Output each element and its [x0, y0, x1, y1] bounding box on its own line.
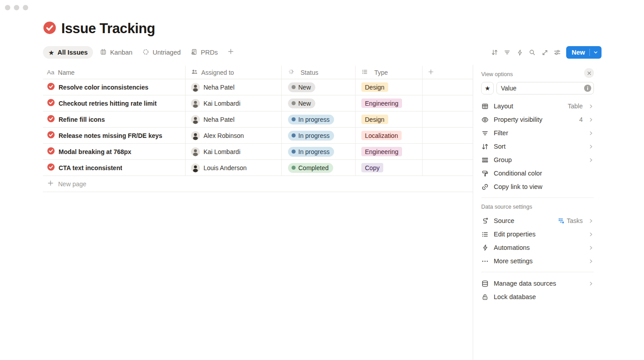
menu-item-sort[interactable]: Sort	[481, 140, 594, 153]
name-cell[interactable]: Resolve color inconsistencies	[43, 79, 186, 95]
status-cell[interactable]: In progress	[282, 144, 356, 159]
lock-icon	[481, 293, 489, 301]
column-header-name[interactable]: Aa Name	[43, 66, 186, 79]
status-cell[interactable]: New	[282, 95, 356, 111]
status-dot	[292, 166, 296, 170]
status-cell[interactable]: Completed	[282, 160, 356, 176]
empty-cell[interactable]	[423, 144, 473, 159]
assignee-cell[interactable]: Kai Lombardi	[186, 95, 282, 111]
automations-button[interactable]	[513, 46, 526, 59]
new-button-label[interactable]: New	[566, 46, 589, 59]
list-icon	[361, 69, 368, 77]
view-name-input[interactable]	[496, 82, 594, 94]
status-cell[interactable]: In progress	[282, 128, 356, 143]
column-header-type[interactable]: Type	[356, 66, 423, 79]
type-cell[interactable]: Engineering	[356, 144, 423, 159]
empty-cell[interactable]	[423, 95, 473, 111]
empty-cell[interactable]	[423, 128, 473, 143]
info-icon[interactable]	[584, 85, 591, 94]
column-header-assigned-to[interactable]: Assigned to	[186, 66, 282, 79]
sort-button[interactable]	[488, 46, 501, 59]
tab-untriaged[interactable]: Untriaged	[139, 46, 184, 59]
add-column-button[interactable]	[423, 66, 473, 79]
plus-icon	[47, 180, 54, 188]
red-check-circle-icon	[47, 147, 55, 157]
view-name-input-wrap	[496, 82, 594, 94]
menu-item-source[interactable]: Source Tasks	[481, 214, 594, 227]
assignee-cell[interactable]: Neha Patel	[186, 79, 282, 95]
plus-icon	[428, 69, 434, 77]
assignee-cell[interactable]: Louis Anderson	[186, 160, 282, 176]
menu-item-property-visibility[interactable]: Property visibility 4	[481, 113, 594, 126]
add-view-button[interactable]	[227, 48, 234, 57]
menu-item-more-settings[interactable]: More settings	[481, 254, 594, 268]
search-button[interactable]	[526, 46, 538, 59]
text-icon: Aa	[47, 69, 55, 76]
column-header-status[interactable]: Status	[282, 66, 356, 79]
source-icon	[481, 217, 489, 225]
status-badge: Completed	[288, 163, 333, 173]
type-cell[interactable]: Copy	[356, 160, 423, 176]
favorite-view-button[interactable]: ★	[481, 82, 494, 94]
tab-all-issues[interactable]: ★ All Issues	[43, 46, 93, 59]
new-dropdown-button[interactable]	[590, 46, 602, 59]
expand-icon	[542, 49, 548, 56]
menu-item-group[interactable]: Group	[481, 153, 594, 167]
assignee-cell[interactable]: Neha Patel	[186, 111, 282, 127]
status-cell[interactable]: In progress	[282, 111, 356, 127]
eye-icon	[481, 116, 489, 124]
type-cell[interactable]: Design	[356, 111, 423, 127]
empty-cell[interactable]	[423, 79, 473, 95]
assignee-name: Louis Anderson	[203, 164, 247, 171]
new-button[interactable]: New	[566, 46, 602, 59]
type-cell[interactable]: Localization	[356, 128, 423, 143]
menu-item-conditional-color[interactable]: Conditional color	[481, 167, 594, 180]
menu-item-manage-data-sources[interactable]: Manage data sources	[481, 277, 594, 290]
chevron-right-icon	[588, 117, 594, 123]
avatar	[191, 99, 200, 108]
database-toolbar: New	[488, 46, 602, 59]
chevron-right-icon	[588, 245, 594, 251]
name-cell[interactable]: Release notes missing FR/DE keys	[43, 128, 186, 143]
empty-cell[interactable]	[423, 160, 473, 176]
empty-cell[interactable]	[423, 111, 473, 127]
tab-kanban[interactable]: Kanban	[97, 46, 136, 59]
assignee-name: Kai Lombardi	[203, 100, 241, 107]
people-icon	[191, 69, 198, 77]
new-page-row[interactable]: New page	[43, 176, 473, 192]
status-cell[interactable]: New	[282, 79, 356, 95]
red-check-circle-icon	[47, 99, 55, 108]
name-cell[interactable]: Checkout retries hitting rate limit	[43, 95, 186, 111]
new-page-label: New page	[58, 180, 86, 188]
filter-button[interactable]	[501, 46, 513, 59]
assignee-cell[interactable]: Kai Lombardi	[186, 144, 282, 159]
avatar	[191, 115, 200, 124]
menu-item-automations[interactable]: Automations	[481, 241, 594, 254]
menu-item-filter[interactable]: Filter	[481, 126, 594, 140]
assignee-cell[interactable]: Alex Robinson	[186, 128, 282, 143]
tab-prds[interactable]: PRDs	[187, 46, 221, 59]
view-settings-button[interactable]	[551, 46, 564, 59]
window-close-button[interactable]	[5, 5, 10, 10]
type-tag: Engineering	[361, 99, 402, 108]
menu-item-lock-database[interactable]: Lock database	[481, 290, 594, 304]
status-dot	[292, 101, 296, 105]
menu-item-edit-properties[interactable]: Edit properties	[481, 227, 594, 241]
type-cell[interactable]: Design	[356, 79, 423, 95]
chevron-right-icon	[588, 231, 594, 237]
chevron-right-icon	[588, 258, 594, 264]
expand-button[interactable]	[538, 46, 551, 59]
window-zoom-button[interactable]	[23, 5, 28, 10]
name-cell[interactable]: CTA text inconsistent	[43, 160, 186, 176]
menu-item-layout[interactable]: Layout Table	[481, 99, 594, 113]
type-cell[interactable]: Engineering	[356, 95, 423, 111]
panel-title: View options	[481, 69, 644, 79]
menu-item-copy-link[interactable]: Copy link to view	[481, 180, 594, 193]
avatar	[191, 163, 200, 172]
page-title: Issue Tracking	[61, 21, 155, 37]
name-cell[interactable]: Modal breaking at 768px	[43, 144, 186, 159]
chevron-right-icon	[588, 218, 594, 224]
window-minimize-button[interactable]	[14, 5, 19, 10]
close-panel-button[interactable]	[584, 68, 594, 78]
name-cell[interactable]: Refine fill icons	[43, 111, 186, 127]
